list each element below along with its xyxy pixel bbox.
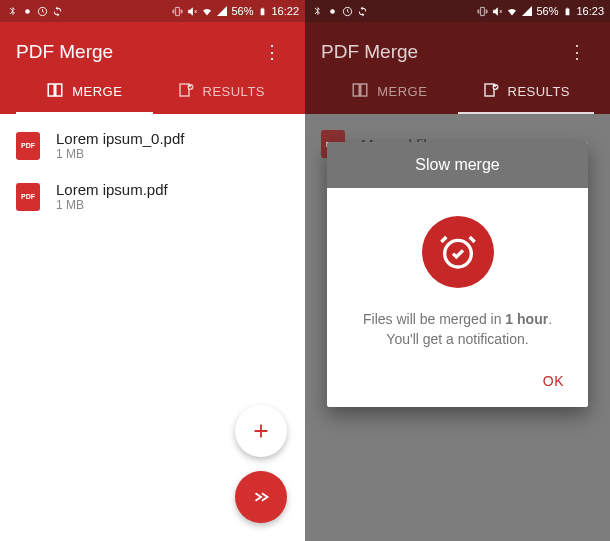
svg-rect-2 [261,8,265,15]
sync-icon [51,5,63,17]
battery-text: 56% [231,5,253,17]
pdf-icon: PDF [16,183,40,211]
list-item[interactable]: PDF Lorem ipsum_0.pdf 1 MB [0,120,305,171]
alarm-check-icon [422,216,494,288]
wifi-small-icon [21,5,33,17]
ok-button[interactable]: OK [533,365,574,397]
dialog-slow-merge: Slow merge Files will be merged in 1 hou… [327,142,588,407]
file-size: 1 MB [56,147,184,161]
wifi-icon [201,5,213,17]
dialog-title: Slow merge [327,142,588,188]
signal-icon [216,5,228,17]
file-name: Lorem ipsum.pdf [56,181,168,198]
svg-rect-5 [56,84,62,96]
fab-container [235,405,287,523]
battery-icon [256,5,268,17]
dialog-text: Files will be merged in 1 hour. You'll g… [347,310,568,349]
add-button[interactable] [235,405,287,457]
svg-rect-4 [48,84,54,96]
tab-merge-label: MERGE [72,84,122,99]
app-title: PDF Merge [16,41,113,63]
tab-results-label: RESULTS [203,84,266,99]
status-right-icons: 56% 16:22 [171,5,299,17]
svg-rect-3 [262,7,264,8]
mute-icon [186,5,198,17]
merge-icon [46,81,64,102]
list-item[interactable]: PDF Lorem ipsum.pdf 1 MB [0,171,305,222]
file-name: Lorem ipsum_0.pdf [56,130,184,147]
status-bar: 56% 16:22 [0,0,305,22]
tab-merge[interactable]: MERGE [16,70,153,114]
app-bar: PDF Merge ⋮ MERGE RESULTS [0,22,305,114]
screen-right: 56% 16:23 PDF Merge ⋮ MERGE RESULTS [305,0,610,541]
bluetooth-icon [6,5,18,17]
overflow-menu-icon[interactable]: ⋮ [255,37,289,67]
vibrate-icon [171,5,183,17]
tab-results[interactable]: RESULTS [153,70,290,114]
svg-point-0 [25,9,30,14]
pdf-icon: PDF [16,132,40,160]
svg-rect-6 [180,84,189,96]
clock-text: 16:22 [271,5,299,17]
merge-go-button[interactable] [235,471,287,523]
file-size: 1 MB [56,198,168,212]
status-left-icons [6,5,63,17]
clock-icon [36,5,48,17]
results-icon [177,81,195,102]
tabs: MERGE RESULTS [16,70,289,114]
screen-left: 56% 16:22 PDF Merge ⋮ MERGE RESULTS [0,0,305,541]
